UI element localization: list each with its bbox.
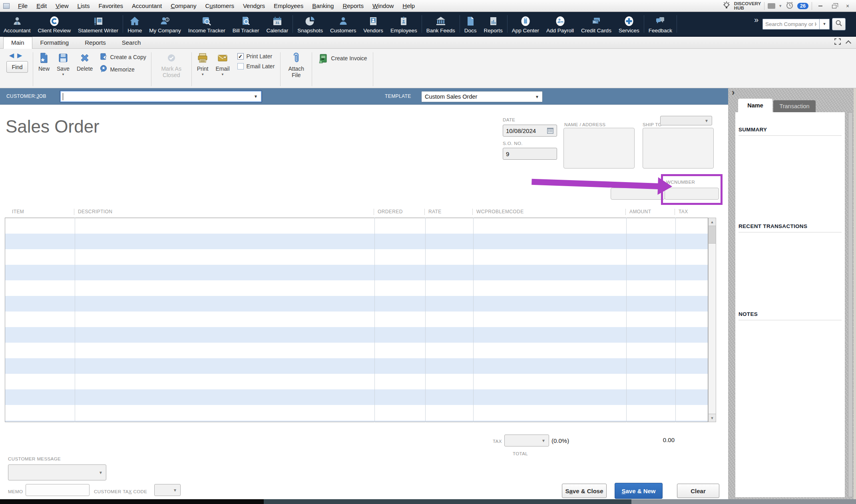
toolbar-item-accountant[interactable]: Accountant bbox=[0, 12, 34, 36]
memorize-button[interactable]: Memorize bbox=[100, 65, 146, 74]
column-divider[interactable] bbox=[625, 209, 626, 215]
attach-file-button[interactable]: Attach File bbox=[282, 51, 310, 88]
column-divider[interactable] bbox=[74, 209, 74, 215]
toolbar-item-my-company[interactable]: My Company bbox=[145, 12, 185, 36]
toolbar-item-customers[interactable]: Customers bbox=[326, 12, 360, 36]
tab-reports[interactable]: Reports bbox=[77, 37, 114, 48]
print-later-checkbox-row[interactable]: ✓ Print Later bbox=[237, 53, 275, 60]
toolbar-item-vendors[interactable]: Vendors bbox=[360, 12, 387, 36]
menu-file[interactable]: File bbox=[14, 0, 32, 12]
print-dropdown-caret[interactable]: ▼ bbox=[201, 73, 204, 76]
column-header-ordered[interactable]: ORDERED bbox=[378, 209, 403, 214]
back-forward-arrows[interactable]: ◀▶ bbox=[9, 51, 26, 59]
column-header-item[interactable]: ITEM bbox=[12, 209, 24, 214]
toolbar-overflow-chevron[interactable]: » bbox=[750, 15, 762, 24]
toolbar-item-income-tracker[interactable]: Income Tracker bbox=[185, 12, 229, 36]
email-button[interactable]: Email ▼ bbox=[212, 51, 233, 88]
menu-reports[interactable]: Reports bbox=[338, 0, 368, 12]
restore-button[interactable] bbox=[829, 2, 839, 10]
create-a-copy-button[interactable]: Create a Copy bbox=[100, 52, 146, 62]
email-dropdown-caret[interactable]: ▼ bbox=[221, 73, 224, 76]
scrollbar-thumb[interactable] bbox=[709, 226, 716, 244]
name-address-box[interactable] bbox=[563, 128, 635, 169]
menu-customers[interactable]: Customers bbox=[201, 0, 239, 12]
reminders-clock-icon[interactable] bbox=[785, 1, 794, 11]
search-scope-caret[interactable]: ▼ bbox=[819, 19, 830, 30]
column-header-tax[interactable]: TAX bbox=[679, 209, 688, 214]
tab-formatting[interactable]: Formatting bbox=[32, 37, 77, 48]
find-button[interactable]: Find bbox=[6, 61, 28, 73]
column-divider[interactable] bbox=[374, 209, 374, 215]
toolbar-item-calendar[interactable]: 31 Calendar bbox=[263, 12, 292, 36]
save-and-new-button[interactable]: Save & New bbox=[615, 483, 663, 499]
menu-favorites[interactable]: Favorites bbox=[94, 0, 127, 12]
discovery-hub-button[interactable]: DISCOVERY HUB bbox=[734, 2, 761, 10]
print-later-checkbox[interactable]: ✓ bbox=[237, 53, 244, 60]
maximize-form-icon[interactable] bbox=[834, 38, 841, 46]
toolbar-item-docs[interactable]: Docs bbox=[461, 12, 480, 36]
ship-to-dropdown[interactable]: ▼ bbox=[660, 116, 712, 125]
toolbar-item-bank-feeds[interactable]: Bank Feeds bbox=[423, 12, 459, 36]
customer-message-dropdown[interactable]: ▼ bbox=[8, 464, 106, 480]
print-button[interactable]: Print ▼ bbox=[193, 51, 212, 88]
toolbar-item-statement-writer[interactable]: Statement Writer bbox=[74, 12, 122, 36]
scroll-up-arrow[interactable]: ▲ bbox=[709, 218, 716, 226]
email-later-checkbox[interactable] bbox=[237, 63, 244, 69]
menu-accountant[interactable]: Accountant bbox=[127, 0, 166, 12]
new-button[interactable]: New bbox=[35, 51, 53, 88]
toolbar-item-feedback[interactable]: Feedback bbox=[645, 12, 676, 36]
create-invoice-button[interactable]: Create Invoice bbox=[314, 51, 371, 88]
column-header-rate[interactable]: RATE bbox=[428, 209, 442, 214]
toolbar-item-services[interactable]: Services bbox=[615, 12, 643, 36]
column-header-wcproblemcode[interactable]: WCPROBLEMCODE bbox=[476, 209, 524, 214]
toolbar-item-employees[interactable]: Employees bbox=[387, 12, 421, 36]
collapse-ribbon-icon[interactable] bbox=[846, 40, 851, 46]
save-button[interactable]: Save ▼ bbox=[53, 51, 73, 88]
menu-employees[interactable]: Employees bbox=[269, 0, 308, 12]
toolbar-item-snapshots[interactable]: Snapshots bbox=[294, 12, 326, 36]
search-button[interactable] bbox=[832, 18, 846, 30]
toolbar-item-client-review[interactable]: Client Review bbox=[34, 12, 75, 36]
menu-company[interactable]: Company bbox=[166, 0, 201, 12]
customer-job-combobox[interactable]: ▼ bbox=[60, 91, 262, 102]
grid-scrollbar[interactable]: ▲ ▼ bbox=[708, 218, 716, 422]
ship-to-box[interactable] bbox=[643, 128, 714, 169]
menu-help[interactable]: Help bbox=[398, 0, 419, 12]
minimize-button[interactable] bbox=[815, 2, 826, 10]
column-header-amount[interactable]: AMOUNT bbox=[629, 209, 651, 214]
template-caret[interactable]: ▼ bbox=[532, 95, 542, 99]
panel-collapse-chevron[interactable]: › bbox=[732, 87, 735, 98]
memo-input[interactable] bbox=[26, 484, 90, 496]
clear-button[interactable]: Clear bbox=[677, 484, 719, 498]
tab-main[interactable]: Main bbox=[3, 37, 32, 49]
messages-dropdown-caret[interactable]: ▼ bbox=[778, 4, 782, 8]
customer-job-caret[interactable]: ▼ bbox=[251, 94, 261, 99]
menu-vendors[interactable]: Vendors bbox=[239, 0, 269, 12]
toolbar-item-bill-tracker[interactable]: Bill Tracker bbox=[229, 12, 263, 36]
line-items-area[interactable] bbox=[5, 218, 708, 422]
column-divider[interactable] bbox=[472, 209, 473, 215]
panel-scroll-strip[interactable] bbox=[848, 112, 853, 497]
column-header-description[interactable]: DESCRIPTION bbox=[78, 209, 112, 214]
toolbar-item-reports[interactable]: Reports bbox=[480, 12, 506, 36]
menu-lists[interactable]: Lists bbox=[73, 0, 94, 12]
toolbar-item-add-payroll[interactable]: Add Payroll bbox=[543, 12, 577, 36]
panel-tab-name[interactable]: Name bbox=[738, 99, 772, 112]
scrollbar-track[interactable] bbox=[709, 226, 716, 414]
save-dropdown-caret[interactable]: ▼ bbox=[62, 73, 65, 76]
menu-view[interactable]: View bbox=[51, 0, 73, 12]
tax-dropdown[interactable]: ▼ bbox=[504, 435, 549, 446]
menu-banking[interactable]: Banking bbox=[308, 0, 338, 12]
delete-button[interactable]: Delete bbox=[73, 51, 96, 88]
messages-icon[interactable] bbox=[768, 3, 775, 9]
search-input[interactable] bbox=[762, 19, 819, 30]
column-divider[interactable] bbox=[424, 209, 425, 215]
toolbar-item-credit-cards[interactable]: Credit Cards bbox=[577, 12, 615, 36]
menu-window[interactable]: Window bbox=[368, 0, 398, 12]
scroll-down-arrow[interactable]: ▼ bbox=[709, 414, 716, 422]
so-number-input[interactable] bbox=[503, 148, 557, 160]
menu-edit[interactable]: Edit bbox=[32, 0, 51, 12]
column-divider[interactable] bbox=[675, 209, 675, 215]
toolbar-item-home[interactable]: Home bbox=[124, 12, 145, 36]
email-later-checkbox-row[interactable]: Email Later bbox=[237, 63, 275, 69]
